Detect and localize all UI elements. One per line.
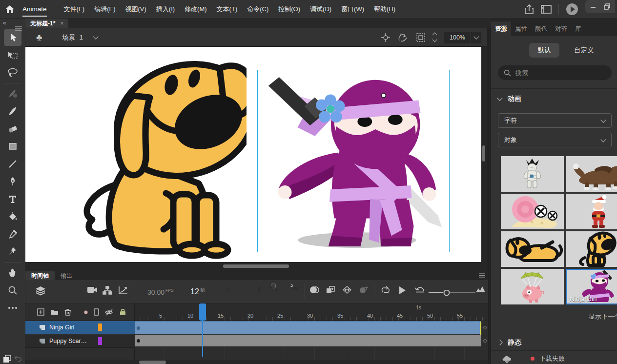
- rectangle-tool[interactable]: [4, 138, 21, 155]
- frame-picker-icon[interactable]: [359, 286, 368, 294]
- stage-horizontal-scrollbar[interactable]: [223, 264, 289, 268]
- keyframe-dot[interactable]: [137, 339, 140, 343]
- tab-properties[interactable]: 属性: [511, 21, 531, 36]
- cloud-download-icon[interactable]: [502, 355, 512, 363]
- lock-layers-icon[interactable]: [120, 308, 126, 316]
- current-frame-value[interactable]: 12帧: [190, 287, 205, 296]
- onion-skin-icon[interactable]: [309, 286, 319, 294]
- fluid-brush-tool[interactable]: [4, 85, 21, 102]
- menu-window[interactable]: 窗口(W): [336, 0, 369, 19]
- collapse-panel-icon[interactable]: «: [3, 20, 5, 26]
- undo-icon[interactable]: [14, 355, 22, 363]
- menu-file[interactable]: 文件(F): [59, 0, 90, 19]
- zoom-level-dropdown[interactable]: 100%: [444, 32, 481, 43]
- asset-tile-dog-sitting[interactable]: [566, 231, 617, 267]
- rewind-icon[interactable]: [415, 286, 425, 293]
- layers-panel-icon[interactable]: [35, 286, 46, 296]
- outline-view-icon[interactable]: [94, 308, 99, 316]
- paint-bucket-tool[interactable]: [4, 208, 21, 225]
- hand-tool[interactable]: [4, 264, 21, 281]
- workspace-icon[interactable]: [541, 5, 552, 14]
- asset-tile-mummy[interactable]: [501, 156, 564, 192]
- search-input[interactable]: [515, 69, 598, 77]
- new-layer-icon[interactable]: [37, 308, 44, 316]
- stage-vertical-scrollbar[interactable]: [482, 145, 485, 162]
- frame-graph-icon[interactable]: [118, 286, 128, 295]
- restore-window-icon[interactable]: [604, 3, 610, 10]
- tab-align[interactable]: 对齐: [551, 21, 571, 36]
- symbol-swap-icon[interactable]: [3, 355, 11, 363]
- layer-row-ninja-girl[interactable]: Ninja Girl: [25, 321, 135, 334]
- pen-tool[interactable]: [4, 173, 21, 190]
- ninja-drawing[interactable]: [258, 70, 449, 251]
- search-box[interactable]: [498, 65, 612, 80]
- menu-modify[interactable]: 修改(M): [180, 0, 212, 19]
- object-filter-dropdown[interactable]: 对象: [498, 133, 612, 147]
- timeline-scrollbar-thumb[interactable]: [139, 361, 166, 364]
- menu-control[interactable]: 控制(O): [273, 0, 305, 19]
- character-filter-dropdown[interactable]: 字符: [498, 113, 612, 128]
- show-next-link[interactable]: 显示下一个: [589, 312, 617, 321]
- puppy-drawing[interactable]: [76, 53, 247, 261]
- clip-content-icon[interactable]: [416, 33, 425, 42]
- tab-output[interactable]: 输出: [55, 271, 78, 280]
- share-icon[interactable]: [524, 4, 534, 15]
- menu-help[interactable]: 帮助(H): [369, 0, 400, 19]
- menu-text[interactable]: 文本(T): [212, 0, 243, 19]
- line-tool[interactable]: [4, 156, 21, 172]
- zoom-chevron-down-icon[interactable]: [471, 32, 481, 43]
- frame-tracks[interactable]: [135, 321, 488, 360]
- tools-menu-icon[interactable]: [15, 26, 22, 31]
- asset-tile-ninja-girl[interactable]: Ninja Girl: [566, 269, 617, 304]
- frame-rate-value[interactable]: 30.00FPS: [147, 288, 174, 296]
- zoom-tool[interactable]: [4, 282, 21, 299]
- text-tool[interactable]: [4, 191, 21, 207]
- auto-keyframe-icon[interactable]: A: [271, 283, 276, 288]
- loop-playback-icon[interactable]: [381, 286, 391, 294]
- eyedropper-tool[interactable]: [4, 226, 21, 243]
- frame-ruler[interactable]: 1s 5 10 15 20 25 30 35 40 45 50 55: [135, 303, 488, 321]
- classic-brush-tool[interactable]: [4, 103, 21, 120]
- timeline-panel-menu-icon[interactable]: [479, 273, 485, 278]
- new-folder-icon[interactable]: [50, 309, 59, 315]
- menu-insert[interactable]: 插入(I): [151, 0, 180, 19]
- section-static[interactable]: 静态: [498, 338, 521, 347]
- timeline-zoom-fit-icon[interactable]: [475, 286, 485, 293]
- lasso-tool[interactable]: [4, 64, 21, 81]
- minimize-icon[interactable]: [590, 3, 596, 9]
- layer-row-puppy[interactable]: Puppy Scar…: [25, 335, 135, 348]
- delete-layer-icon[interactable]: [64, 308, 71, 316]
- layer-color-swatch[interactable]: [98, 324, 102, 331]
- menu-commands[interactable]: 命令(C): [242, 0, 273, 19]
- ninja-selection-bounds[interactable]: [257, 70, 450, 252]
- custom-mode-button[interactable]: 自定义: [570, 43, 598, 58]
- track-span-puppy[interactable]: [135, 335, 481, 347]
- tab-color[interactable]: 颜色: [531, 21, 551, 36]
- menu-edit[interactable]: 编辑(E): [89, 0, 120, 19]
- subselection-tool[interactable]: [4, 47, 21, 63]
- stage[interactable]: [25, 47, 481, 262]
- rotate-stage-icon[interactable]: [398, 33, 409, 42]
- more-tools-icon[interactable]: [4, 300, 21, 316]
- selection-tool[interactable]: [4, 29, 21, 46]
- track-span-ninja-girl[interactable]: [135, 321, 481, 334]
- tab-assets[interactable]: 资源: [491, 21, 511, 36]
- document-tab[interactable]: 无标题-1* ×: [25, 19, 68, 28]
- asset-tile-dog-lying[interactable]: [501, 231, 564, 267]
- keyframe-dot[interactable]: [137, 326, 140, 330]
- scene-chevron-down-icon[interactable]: [93, 34, 98, 39]
- hide-layers-icon[interactable]: [105, 309, 114, 316]
- timeline-zoom-slider[interactable]: [429, 290, 475, 296]
- app-title[interactable]: Animate: [20, 0, 54, 19]
- menu-view[interactable]: 视图(V): [120, 0, 151, 19]
- playhead[interactable]: [199, 303, 206, 321]
- close-tab-icon[interactable]: ×: [60, 20, 63, 27]
- asset-tile-snail[interactable]: [501, 194, 564, 229]
- zoom-stepper[interactable]: [433, 33, 436, 41]
- camera-icon[interactable]: [87, 286, 98, 294]
- asset-tile-wolf[interactable]: [566, 156, 617, 192]
- play-icon[interactable]: [398, 286, 406, 295]
- home-icon[interactable]: [0, 5, 20, 13]
- center-stage-icon[interactable]: [381, 33, 390, 42]
- tab-library[interactable]: 库: [571, 21, 585, 36]
